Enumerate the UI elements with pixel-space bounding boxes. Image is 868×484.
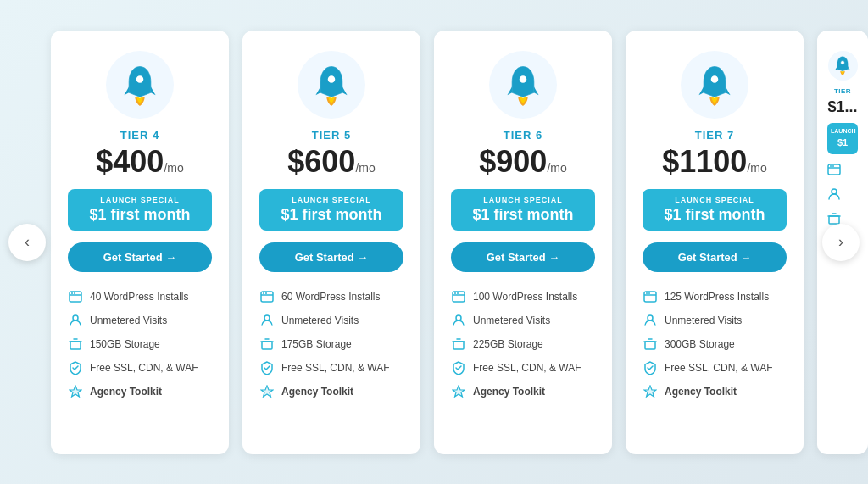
feature-item-1-4: Agency Toolkit [259,384,403,399]
launch-special-label-0: LAUNCH SPECIAL [80,196,200,204]
feature-text-2-2: 225GB Storage [473,338,543,350]
browser-icon-2-0 [451,289,466,304]
pricing-card-1: TIER 5 $600/mo LAUNCH SPECIAL $1 first m… [242,31,420,454]
browser-icon-3-0 [643,289,658,304]
feature-item-0-3: Free SSL, CDN, & WAF [68,360,212,376]
launch-badge-1: LAUNCH SPECIAL $1 first month [259,189,403,231]
svg-rect-6 [70,342,81,349]
browser-icon-1-0 [259,289,275,304]
svg-point-0 [136,75,144,83]
get-started-button-0[interactable]: Get Started → [68,242,212,272]
feature-item-3-0: 125 WordPress Installs [643,289,787,304]
svg-point-21 [710,75,719,83]
svg-point-7 [327,75,336,83]
tier-label-2: TIER 6 [504,129,542,142]
svg-point-5 [73,315,78,320]
price-0: $400/mo [96,147,183,177]
get-started-button-1[interactable]: Get Started → [259,242,403,272]
feature-item-1-1: Unmetered Visits [259,313,403,328]
feature-text-1-0: 60 WordPress Installs [281,291,381,303]
feature-item-3-2: 300GB Storage [643,337,787,352]
launch-badge-0: LAUNCH SPECIAL $1 first month [68,189,212,231]
tier-label-3: TIER 7 [695,129,734,142]
partial-feature-1 [827,163,858,179]
price-3: $1100/mo [662,147,766,177]
person-icon-partial [827,187,841,203]
launch-special-label-1: LAUNCH SPECIAL [271,196,392,204]
svg-point-19 [456,315,461,320]
person-icon-1-1 [259,313,275,328]
feature-item-0-0: 40 WordPress Installs [68,289,212,304]
feature-item-1-2: 175GB Storage [259,337,403,352]
feature-text-2-1: Unmetered Visits [473,314,550,326]
launch-special-label-3: LAUNCH SPECIAL [654,196,775,204]
features-list-1: 60 WordPress Installs Unmetered Visits 1… [259,289,403,399]
feature-text-3-1: Unmetered Visits [665,314,742,326]
person-icon-2-1 [451,313,466,328]
svg-point-18 [457,292,459,294]
feature-item-1-0: 60 WordPress Installs [259,289,403,304]
feature-item-2-4: Agency Toolkit [451,384,595,399]
svg-rect-20 [453,342,464,349]
get-started-button-3[interactable]: Get Started → [643,242,787,272]
partial-rocket-icon [828,51,858,81]
pricing-card-0: TIER 4 $400/mo LAUNCH SPECIAL $1 first m… [51,31,229,454]
svg-rect-27 [645,342,655,349]
feature-text-3-3: Free SSL, CDN, & WAF [665,362,773,374]
launch-special-label-2: LAUNCH SPECIAL [463,196,583,204]
partial-feature-2 [827,187,858,203]
launch-badge-2: LAUNCH SPECIAL $1 first month [451,189,595,231]
rocket-icon-3 [681,51,748,119]
person-icon-3-1 [643,313,658,328]
svg-point-25 [648,292,650,294]
feature-text-0-4: Agency Toolkit [90,386,162,398]
star-icon-3-4 [643,384,658,399]
feature-text-0-3: Free SSL, CDN, & WAF [90,362,198,374]
feature-item-3-3: Free SSL, CDN, & WAF [643,360,787,376]
svg-point-24 [646,292,648,294]
shield-icon-1-3 [259,360,275,376]
star-icon-2-4 [451,384,466,399]
get-started-button-2[interactable]: Get Started → [451,242,595,272]
launch-price-0: $1 first month [80,206,200,224]
svg-point-26 [648,315,653,320]
partial-launch-label: LAUNCH [831,128,854,134]
feature-text-3-4: Agency Toolkit [665,386,737,398]
chevron-right-icon: › [838,233,843,251]
shield-icon-3-3 [643,360,658,376]
partial-features [827,163,858,228]
shield-icon-0-3 [68,360,83,376]
feature-text-2-4: Agency Toolkit [473,386,545,398]
feature-text-2-3: Free SSL, CDN, & WAF [473,362,581,374]
feature-item-2-2: 225GB Storage [451,337,595,352]
shield-icon-2-3 [451,360,466,376]
svg-point-32 [832,165,834,167]
feature-item-3-1: Unmetered Visits [643,313,787,328]
feature-text-0-2: 150GB Storage [90,338,160,350]
pricing-card-3: TIER 7 $1100/mo LAUNCH SPECIAL $1 first … [626,31,804,454]
feature-text-1-1: Unmetered Visits [281,314,359,326]
tier-label-0: TIER 4 [120,129,159,142]
feature-text-2-0: 100 WordPress Installs [473,291,577,303]
chevron-left-icon: ‹ [25,233,30,251]
rocket-icon-0 [106,51,174,119]
svg-point-14 [519,75,527,83]
prev-button[interactable]: ‹ [8,224,46,261]
partial-price: $1... [827,98,857,116]
features-list-2: 100 WordPress Installs Unmetered Visits … [451,289,595,399]
launch-price-1: $1 first month [271,206,392,224]
feature-text-1-3: Free SSL, CDN, & WAF [281,362,390,374]
svg-point-3 [71,292,73,294]
box-icon-0-2 [68,337,83,352]
feature-text-0-1: Unmetered Visits [90,314,167,326]
launch-badge-3: LAUNCH SPECIAL $1 first month [643,189,787,231]
feature-text-1-2: 175GB Storage [281,338,352,350]
feature-text-0-0: 40 WordPress Installs [90,291,189,303]
tier-label-1: TIER 5 [312,129,351,142]
feature-item-2-0: 100 WordPress Installs [451,289,595,304]
star-icon-1-4 [259,384,275,399]
next-button[interactable]: › [822,224,860,261]
partial-badge: LAUNCH $1 [827,123,858,154]
svg-point-4 [74,292,75,294]
star-icon-0-4 [68,384,83,399]
